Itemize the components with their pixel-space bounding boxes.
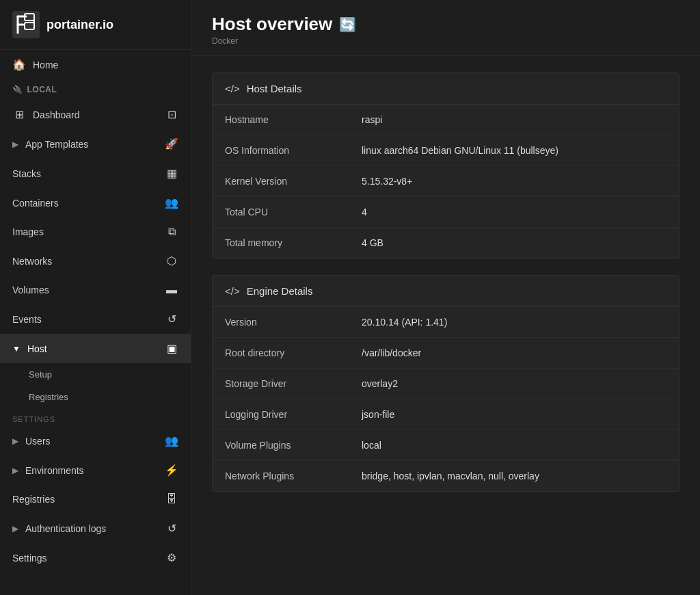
table-row: Version 20.10.14 (API: 1.41): [213, 307, 679, 338]
settings-icon: ⚙: [165, 551, 178, 564]
users-icon: 👥: [165, 434, 178, 447]
sidebar-item-app-templates[interactable]: ▶ App Templates 🚀: [0, 129, 191, 159]
sidebar-host-label: Host: [27, 343, 47, 354]
row-label: Storage Driver: [213, 369, 349, 399]
app-templates-chevron: ▶: [12, 140, 18, 149]
engine-details-table: Version 20.10.14 (API: 1.41) Root direct…: [213, 307, 679, 491]
row-value: raspi: [349, 105, 679, 135]
portainer-logo-icon: [12, 11, 40, 38]
row-value: /var/lib/docker: [349, 338, 679, 369]
main-content-area: Host overview 🔄 Docker </> Host Details …: [191, 0, 700, 595]
table-row: Storage Driver overlay2: [213, 369, 679, 399]
engine-details-card-header: </> Engine Details: [213, 276, 679, 307]
row-value: overlay2: [349, 369, 679, 399]
table-row: OS Information linux aarch64 Debian GNU/…: [213, 135, 679, 166]
sidebar-containers-label: Containers: [12, 198, 59, 209]
row-label: Hostname: [213, 105, 349, 135]
sidebar: portainer.io 🏠 Home 🔌 LOCAL ⊞ Dashboard …: [0, 0, 191, 595]
sidebar-events-label: Events: [12, 314, 42, 325]
row-value: bridge, host, ipvlan, macvlan, null, ove…: [349, 461, 679, 492]
dashboard-icon: ⊞: [12, 108, 26, 121]
sidebar-users-label: Users: [25, 436, 51, 447]
host-details-title: Host Details: [247, 83, 302, 94]
table-row: Volume Plugins local: [213, 430, 679, 461]
page-title: Host overview 🔄: [212, 14, 679, 35]
refresh-icon[interactable]: 🔄: [339, 16, 356, 33]
sidebar-item-dashboard[interactable]: ⊞ Dashboard ⊡: [0, 100, 191, 129]
sidebar-environments-label: Environments: [25, 465, 84, 476]
logo-text: portainer.io: [46, 18, 113, 32]
sidebar-item-volumes[interactable]: Volumes ▬: [0, 276, 191, 304]
stacks-icon: ▦: [165, 167, 178, 180]
row-value: 4: [349, 197, 679, 228]
row-label: Logging Driver: [213, 399, 349, 430]
registries-host-label: Registries: [29, 392, 68, 402]
sidebar-item-containers[interactable]: Containers 👥: [0, 188, 191, 217]
table-row: Total memory 4 GB: [213, 228, 679, 259]
auth-logs-icon: ↺: [165, 522, 178, 535]
svg-rect-0: [12, 11, 40, 38]
sidebar-item-home[interactable]: 🏠 Home: [0, 50, 191, 79]
sidebar-images-label: Images: [12, 226, 44, 237]
sidebar-item-host[interactable]: ▼ Host ▣: [0, 334, 191, 363]
table-row: Kernel Version 5.15.32-v8+: [213, 166, 679, 197]
sidebar-item-stacks[interactable]: Stacks ▦: [0, 159, 191, 188]
page-subtitle: Docker: [212, 36, 679, 46]
sidebar-item-users[interactable]: ▶ Users 👥: [0, 426, 191, 455]
local-section-label: 🔌 LOCAL: [0, 79, 191, 100]
host-details-card-header: </> Host Details: [213, 73, 679, 105]
engine-details-title: Engine Details: [247, 285, 313, 297]
sidebar-item-settings[interactable]: Settings ⚙: [0, 543, 191, 572]
row-value: 20.10.14 (API: 1.41): [349, 307, 679, 338]
row-value: linux aarch64 Debian GNU/Linux 11 (bulls…: [349, 135, 679, 166]
main-body: </> Host Details Hostname raspi OS Infor…: [191, 56, 700, 508]
sidebar-item-events[interactable]: Events ↺: [0, 304, 191, 334]
events-icon: ↺: [165, 313, 178, 326]
sidebar-home-label: Home: [33, 60, 58, 70]
page-title-text: Host overview: [212, 14, 332, 35]
sidebar-item-auth-logs[interactable]: ▶ Authentication logs ↺: [0, 514, 191, 543]
row-label: Total memory: [213, 228, 349, 259]
auth-logs-chevron: ▶: [12, 524, 18, 533]
dashboard-nav-icon: ⊡: [165, 108, 178, 121]
engine-code-icon: </>: [225, 285, 240, 297]
code-icon: </>: [225, 83, 240, 94]
containers-icon: 👥: [165, 196, 178, 209]
row-value: json-file: [349, 399, 679, 430]
logo-area[interactable]: portainer.io: [0, 0, 191, 50]
sidebar-sub-item-registries-host[interactable]: Registries: [0, 386, 191, 408]
sidebar-registries-label: Registries: [12, 494, 55, 505]
sidebar-dashboard-label: Dashboard: [33, 109, 80, 120]
table-row: Root directory /var/lib/docker: [213, 338, 679, 369]
sidebar-stacks-label: Stacks: [12, 168, 41, 179]
row-label: Version: [213, 307, 349, 338]
sidebar-item-images[interactable]: Images ⧉: [0, 217, 191, 246]
sidebar-sub-item-setup[interactable]: Setup: [0, 363, 191, 386]
sidebar-item-networks[interactable]: Networks ⬡: [0, 246, 191, 276]
environments-chevron: ▶: [12, 466, 18, 475]
table-row: Logging Driver json-file: [213, 399, 679, 430]
engine-details-card: </> Engine Details Version 20.10.14 (API…: [212, 275, 679, 492]
row-value: 4 GB: [349, 228, 679, 259]
row-label: Volume Plugins: [213, 430, 349, 461]
sidebar-networks-label: Networks: [12, 256, 52, 267]
host-details-table: Hostname raspi OS Information linux aarc…: [213, 105, 679, 258]
row-label: Total CPU: [213, 197, 349, 228]
row-label: Kernel Version: [213, 166, 349, 197]
main-header: Host overview 🔄 Docker: [191, 0, 700, 56]
plug-icon: 🔌: [12, 85, 23, 94]
row-value: local: [349, 430, 679, 461]
table-row: Total CPU 4: [213, 197, 679, 228]
app-templates-icon: 🚀: [165, 137, 178, 150]
row-label: Network Plugins: [213, 461, 349, 492]
environments-icon: ⚡: [165, 464, 178, 477]
volumes-icon: ▬: [165, 284, 178, 296]
sidebar-item-registries[interactable]: Registries 🗄: [0, 485, 191, 514]
networks-icon: ⬡: [165, 254, 178, 267]
row-value: 5.15.32-v8+: [349, 166, 679, 197]
table-row: Hostname raspi: [213, 105, 679, 135]
sidebar-auth-logs-label: Authentication logs: [25, 523, 106, 534]
sidebar-item-environments[interactable]: ▶ Environments ⚡: [0, 455, 191, 485]
host-icon: ▣: [165, 342, 178, 355]
sidebar-volumes-label: Volumes: [12, 285, 49, 295]
